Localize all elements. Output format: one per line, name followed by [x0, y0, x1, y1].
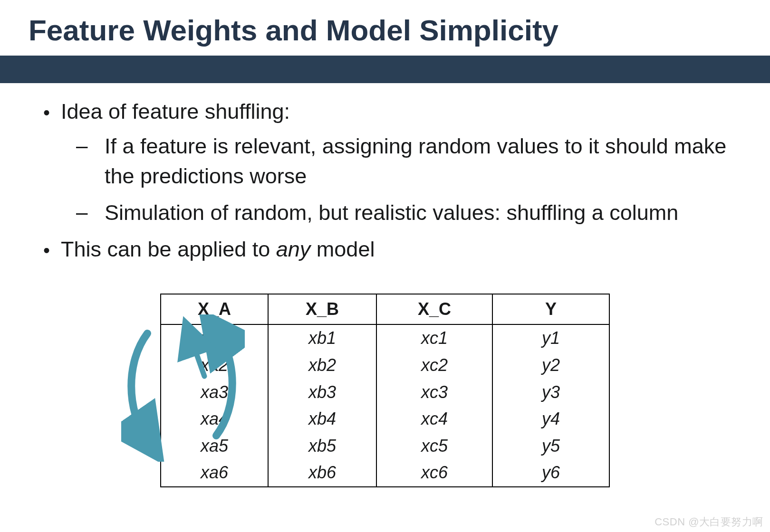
table-row: xa6xb6xc6y6	[161, 459, 609, 487]
header-xb: X_B	[268, 294, 376, 324]
dash: –	[76, 131, 105, 191]
data-table: X_A X_B X_C Y xa1xb1xc1y1 xa2xb2xc2y2 xa…	[160, 294, 610, 487]
title-bar	[0, 56, 770, 83]
table-row: xa5xb5xc5y5	[161, 433, 609, 460]
bullet-2-post: model	[310, 237, 375, 261]
bullet-2-pre: This can be applied to	[61, 237, 276, 261]
table-row: xa2xb2xc2y2	[161, 352, 609, 379]
bullet-1: • Idea of feature shuffling:	[32, 96, 751, 126]
table-row: xa1xb1xc1y1	[161, 324, 609, 352]
table-wrap: X_A X_B X_C Y xa1xb1xc1y1 xa2xb2xc2y2 xa…	[19, 294, 751, 487]
sub-bullet-1-text: If a feature is relevant, assigning rand…	[105, 131, 751, 191]
sub-bullet-2: – Simulation of random, but realistic va…	[76, 198, 751, 228]
bullet-dot: •	[32, 234, 61, 264]
table-row: xa4xb4xc4y4	[161, 406, 609, 433]
header-xc: X_C	[376, 294, 492, 324]
bullet-dot: •	[32, 96, 61, 126]
content-area: • Idea of feature shuffling: – If a feat…	[0, 83, 770, 487]
watermark: CSDN @大白要努力啊	[654, 515, 763, 529]
bullet-2-text: This can be applied to any model	[61, 234, 751, 264]
dash: –	[76, 198, 105, 228]
sub-bullet-1: – If a feature is relevant, assigning ra…	[76, 131, 751, 191]
slide-title: Feature Weights and Model Simplicity	[0, 0, 770, 56]
sub-bullet-2-text: Simulation of random, but realistic valu…	[105, 198, 751, 228]
table-header: X_A X_B X_C Y	[161, 294, 609, 324]
header-xa: X_A	[161, 294, 268, 324]
table-row: xa3xb3xc3y3	[161, 379, 609, 406]
bullet-1-text: Idea of feature shuffling:	[61, 96, 751, 126]
bullet-2-em: any	[276, 237, 311, 261]
table-body: xa1xb1xc1y1 xa2xb2xc2y2 xa3xb3xc3y3 xa4x…	[161, 324, 609, 487]
header-y: Y	[492, 294, 609, 324]
bullet-2: • This can be applied to any model	[32, 234, 751, 264]
